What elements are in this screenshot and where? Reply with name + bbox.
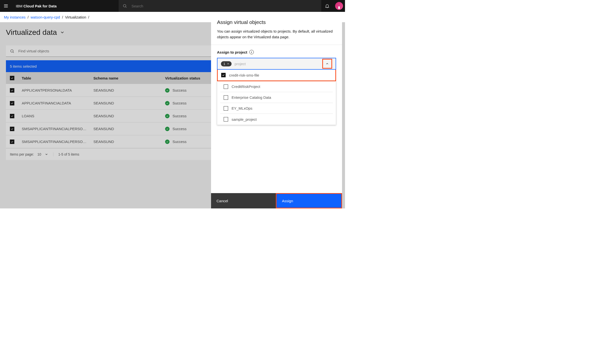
breadcrumb-separator: / [26,15,31,19]
brand-label: IBM Cloud Pak for Data [12,4,61,8]
close-icon[interactable] [227,62,230,65]
global-search-input[interactable] [131,4,317,8]
panel-footer: Cancel Assign [211,193,342,208]
breadcrumb-separator: / [60,15,65,19]
items-per-page[interactable]: Items per page: 10 [10,152,53,156]
option-label: CreditRiskProject [232,84,260,89]
project-filter-input[interactable] [235,62,322,66]
ipp-label: Items per page: [10,152,34,156]
assign-panel: Assign virtual objects You can assign vi… [211,13,342,208]
dropdown-highlighted: credit-risk-sms-file [217,70,336,81]
field-label-text: Assign to project [217,50,247,54]
breadcrumb-virtualization: Virtualization [65,15,86,19]
success-icon [165,101,170,105]
option-checkbox[interactable] [224,84,228,89]
chevron-up-icon [325,62,329,65]
breadcrumb-watson-query[interactable]: watson-query-cpd [31,15,60,19]
project-option[interactable]: credit-risk-sms-file [218,70,335,81]
ipp-value: 10 [37,152,41,156]
svg-point-3 [123,4,126,7]
project-option[interactable]: EY_MLxOps [220,103,333,114]
option-label: sample_project [232,117,257,121]
cell-schema: SEANSUND [93,88,165,92]
cell-table: SMSAPPLICANTFINANCIALPERSO… [22,140,93,144]
project-option[interactable]: CreditRiskProject [220,81,333,92]
search-icon [123,4,127,8]
search-icon [10,49,14,53]
chevron-down-icon[interactable] [60,30,65,35]
option-label: credit-risk-sms-file [229,73,259,77]
row-checkbox[interactable] [10,127,14,131]
cell-table: APPLICANTPERSONALDATA [22,88,93,92]
topbar-right [321,0,345,12]
project-multiselect[interactable]: 1 [217,58,336,70]
panel-title: Assign virtual objects [217,19,336,25]
menu-icon[interactable] [0,0,12,12]
breadcrumb-separator: / [86,15,91,19]
global-search[interactable] [119,0,321,12]
bell-icon [325,3,330,8]
cell-schema: SEANSUND [93,140,165,144]
assign-field-label: Assign to project i [217,50,336,54]
cell-table: SMSAPPLICANTFINANCIALPERSO… [22,127,93,131]
cell-table: APPLICANTFINANCIALDATA [22,101,93,105]
success-icon [165,114,170,118]
chevron-down-icon [45,153,48,156]
col-schema[interactable]: Schema name [93,76,165,80]
success-icon [165,88,170,93]
breadcrumb-my-instances[interactable]: My instances [4,15,26,19]
row-checkbox[interactable] [10,88,14,93]
selection-tag[interactable]: 1 [221,61,232,66]
option-label: Enterprise Catalog Data [232,95,271,100]
notifications-button[interactable] [321,0,333,12]
row-checkbox[interactable] [10,101,14,105]
cell-table: LOANS [22,114,93,118]
assign-button[interactable]: Assign [276,193,342,208]
info-icon[interactable]: i [249,50,254,54]
brand-prefix: IBM [16,4,23,8]
cell-schema: SEANSUND [93,127,165,131]
cell-schema: SEANSUND [93,114,165,118]
select-all-checkbox[interactable] [10,76,14,80]
project-option[interactable]: Enterprise Catalog Data [220,92,333,103]
panel-body: Assign to project i 1 credit-risk-sms-fi… [211,45,342,208]
svg-point-5 [11,50,13,52]
cell-schema: SEANSUND [93,101,165,105]
dropdown-list: CreditRiskProjectEnterprise Catalog Data… [217,81,336,125]
option-checkbox[interactable] [224,117,228,121]
option-checkbox[interactable] [224,95,228,100]
success-icon [165,127,170,131]
svg-line-6 [13,52,14,53]
col-table[interactable]: Table [22,76,93,80]
avatar-icon [335,2,343,10]
row-checkbox[interactable] [10,114,14,118]
option-checkbox[interactable] [224,106,228,111]
tag-count: 1 [223,62,225,66]
panel-description: You can assign virtualized objects to pr… [217,29,336,40]
top-bar: IBM Cloud Pak for Data [0,0,345,12]
multiselect-input-row: 1 [217,58,336,69]
project-option[interactable]: sample_project [220,114,333,125]
selection-count: 5 items selected [10,64,37,68]
option-label: EY_MLxOps [232,106,252,110]
cancel-button[interactable]: Cancel [211,193,276,208]
user-avatar[interactable] [333,0,345,12]
dropdown-toggle[interactable] [322,59,332,69]
page-title: Virtualized data [6,28,57,37]
option-checkbox[interactable] [221,73,226,77]
success-icon [165,140,170,144]
panel-header: Assign virtual objects You can assign vi… [211,13,342,45]
page-range: 1-5 of 5 items [53,152,79,156]
svg-line-4 [126,7,127,8]
brand-name: Cloud Pak for Data [23,4,57,8]
row-checkbox[interactable] [10,140,14,144]
